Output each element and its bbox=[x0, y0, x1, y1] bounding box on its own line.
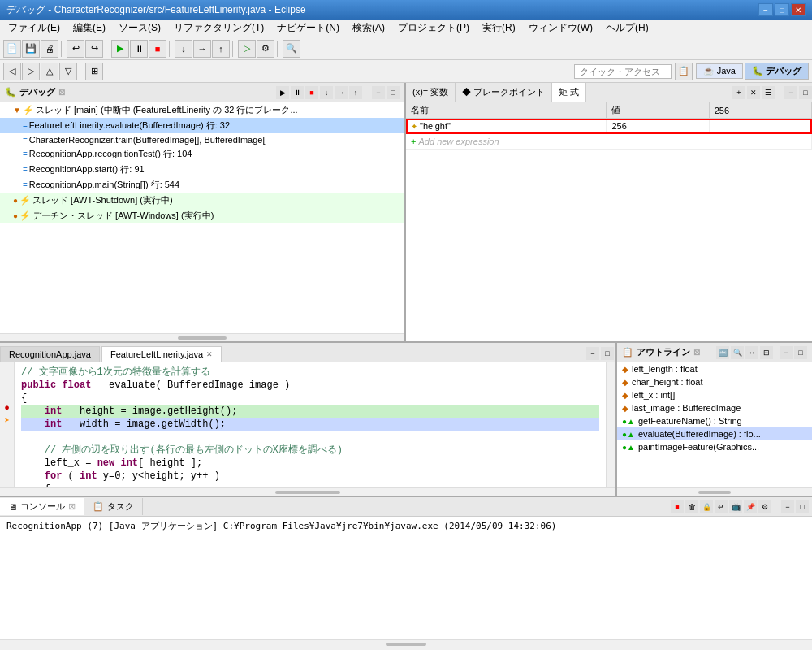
editor-maximize[interactable]: □ bbox=[601, 347, 614, 360]
outline-paint-image-feature[interactable]: ●▲ paintImageFeature(Graphics... bbox=[617, 440, 812, 453]
tb2-down[interactable]: ▽ bbox=[59, 63, 77, 80]
maximize-button[interactable]: □ bbox=[775, 3, 789, 16]
menu-refactor[interactable]: リファクタリング(T) bbox=[169, 20, 269, 37]
console-maximize[interactable]: □ bbox=[796, 500, 809, 514]
outline-last-image[interactable]: ◆ last_image : BufferedImage bbox=[617, 401, 812, 414]
minimize-button[interactable]: − bbox=[758, 3, 773, 16]
tb-undo[interactable]: ↩ bbox=[67, 40, 84, 58]
outline-sync[interactable]: ↔ bbox=[745, 346, 758, 359]
outline-filter[interactable]: 🔍 bbox=[731, 346, 744, 359]
tb-redo[interactable]: ↪ bbox=[85, 40, 103, 58]
outline-collapse[interactable]: ⊟ bbox=[760, 346, 773, 359]
add-expression-row[interactable]: + Add new expression bbox=[406, 134, 812, 150]
vars-btn3[interactable]: ☰ bbox=[762, 86, 775, 99]
outline-left-length[interactable]: ◆ left_length : float bbox=[617, 362, 812, 375]
tab-variables[interactable]: (x)= 変数 bbox=[406, 83, 456, 102]
tb2-forward[interactable]: ▷ bbox=[22, 63, 40, 80]
frame-start[interactable]: = RecognitionApp.start() 行: 91 bbox=[0, 162, 404, 177]
tb2-open-perspective[interactable]: 📋 bbox=[675, 63, 693, 80]
menu-window[interactable]: ウィンドウ(W) bbox=[524, 20, 598, 37]
tb-debug-stop[interactable]: ■ bbox=[149, 40, 166, 58]
debug-maximize-btn[interactable]: □ bbox=[387, 86, 400, 99]
outline-maximize[interactable]: □ bbox=[794, 346, 807, 359]
frame-train[interactable]: = CharacterRecognizer.train(BufferedImag… bbox=[0, 133, 404, 146]
console-minimize[interactable]: − bbox=[781, 500, 794, 514]
console-scroll-lock[interactable]: 🔒 bbox=[700, 500, 713, 514]
tb-step-into[interactable]: ↓ bbox=[175, 40, 192, 58]
tb-new[interactable]: 📄 bbox=[3, 40, 21, 58]
tab-feature-left-linerity[interactable]: FeatureLeftLinerity.java ✕ bbox=[102, 346, 222, 362]
quick-access-input[interactable] bbox=[574, 64, 672, 79]
tab-console[interactable]: 🖥 コンソール ⊠ bbox=[0, 498, 84, 515]
debug-perspective-btn[interactable]: 🐛 デバッグ bbox=[745, 63, 809, 80]
menu-edit[interactable]: 編集(E) bbox=[68, 20, 110, 37]
thread-awt-windows[interactable]: ● ⚡ デーチン・スレッド [AWT-Windows] (実行中) bbox=[0, 208, 404, 223]
frame-evaluate[interactable]: = FeatureLeftLinerity.evaluate(BufferedI… bbox=[0, 118, 404, 133]
tb-debug-suspend[interactable]: ⏸ bbox=[130, 40, 148, 58]
editor-body[interactable]: ● ➤ // 文字画像から1次元の特徴量を計算する bbox=[0, 362, 615, 488]
add-expression-cell[interactable]: + Add new expression bbox=[406, 134, 812, 150]
debug-step-return-btn[interactable]: ↑ bbox=[349, 86, 362, 99]
console-settings[interactable]: ⚙ bbox=[758, 500, 771, 514]
outline-evaluate[interactable]: ●▲ evaluate(BufferedImage) : flo... bbox=[617, 427, 812, 440]
editor-minimize[interactable]: − bbox=[586, 347, 599, 360]
console-clear-btn[interactable]: 🗑 bbox=[685, 500, 698, 514]
editor-scrollbar[interactable] bbox=[606, 362, 615, 488]
thread-awt-shutdown[interactable]: ● ⚡ スレッド [AWT-Shutdown] (実行中) bbox=[0, 193, 404, 208]
menu-file[interactable]: ファイル(E) bbox=[3, 20, 65, 37]
tab-tasks[interactable]: 📋 タスク bbox=[84, 498, 143, 515]
outline-sort[interactable]: 🔤 bbox=[716, 346, 729, 359]
tb2-up[interactable]: △ bbox=[41, 63, 58, 80]
tb-run2[interactable]: ⚙ bbox=[257, 40, 274, 58]
menu-project[interactable]: プロジェクト(P) bbox=[393, 20, 474, 37]
debug-stop-btn[interactable]: ■ bbox=[305, 86, 318, 99]
tab-recognition-app[interactable]: RecognitionApp.java bbox=[0, 346, 100, 362]
tab-close-icon[interactable]: ✕ bbox=[206, 350, 213, 358]
outline-scrollbar[interactable] bbox=[617, 488, 812, 496]
outline-char-height[interactable]: ◆ char_height : float bbox=[617, 375, 812, 388]
console-word-wrap[interactable]: ↵ bbox=[715, 500, 728, 514]
menu-run[interactable]: 実行(R) bbox=[477, 20, 520, 37]
menu-help[interactable]: ヘルプ(H) bbox=[601, 20, 654, 37]
vars-btn1[interactable]: + bbox=[732, 86, 745, 99]
tb-search[interactable]: 🔍 bbox=[283, 40, 300, 58]
java-perspective-btn[interactable]: ☕ Java bbox=[696, 63, 743, 79]
vars-maximize[interactable]: □ bbox=[799, 86, 812, 99]
tab-breakpoints[interactable]: ◆ ブレークポイント bbox=[456, 83, 552, 102]
tb2-zoom[interactable]: ⊞ bbox=[85, 63, 103, 80]
frame-main[interactable]: = RecognitionApp.main(String[]) 行: 544 bbox=[0, 177, 404, 193]
tb-save[interactable]: 💾 bbox=[22, 40, 40, 58]
console-stop-btn[interactable]: ■ bbox=[671, 500, 684, 514]
debug-step-into-btn[interactable]: ↓ bbox=[320, 86, 333, 99]
console-open-console[interactable]: 📺 bbox=[729, 500, 742, 514]
debug-step-over-btn[interactable]: → bbox=[335, 86, 348, 99]
menu-search[interactable]: 検索(A) bbox=[348, 20, 390, 37]
code-scroll-area[interactable]: // 文字画像から1次元の特徴量を計算する public float evalu… bbox=[15, 362, 606, 488]
console-hscrollbar[interactable] bbox=[0, 639, 812, 648]
debug-suspend-btn[interactable]: ⏸ bbox=[291, 86, 304, 99]
debug-resume-btn[interactable]: ▶ bbox=[276, 86, 289, 99]
code-area[interactable]: // 文字画像から1次元の特徴量を計算する public float evalu… bbox=[15, 362, 606, 488]
tb-step-over[interactable]: → bbox=[193, 40, 211, 58]
vars-minimize[interactable]: − bbox=[784, 86, 797, 99]
menu-navigate[interactable]: ナビゲート(N) bbox=[272, 20, 344, 37]
outline-minimize[interactable]: − bbox=[780, 346, 793, 359]
tb-step-return[interactable]: ↑ bbox=[212, 40, 230, 58]
outline-get-feature-name[interactable]: ●▲ getFeatureName() : String bbox=[617, 414, 812, 427]
outline-left-x[interactable]: ◆ left_x : int[] bbox=[617, 388, 812, 401]
debug-scrollbar[interactable] bbox=[0, 333, 404, 341]
var-row-height[interactable]: ✦ "height" 256 bbox=[406, 119, 812, 134]
close-button[interactable]: ✕ bbox=[791, 3, 806, 16]
editor-hscrollbar[interactable] bbox=[0, 488, 615, 496]
frame-recognition-test[interactable]: = RecognitionApp.recognitionTest() 行: 10… bbox=[0, 146, 404, 162]
console-pin[interactable]: 📌 bbox=[744, 500, 757, 514]
tab-expressions[interactable]: 矩 式 bbox=[552, 83, 586, 102]
tb-print[interactable]: 🖨 bbox=[41, 40, 58, 58]
thread-main[interactable]: ▼ ⚡ スレッド [main] (中断中 (FeatureLeftLinerit… bbox=[0, 102, 404, 118]
tb2-back[interactable]: ◁ bbox=[3, 63, 21, 80]
debug-minimize-btn[interactable]: − bbox=[372, 86, 385, 99]
menu-source[interactable]: ソース(S) bbox=[114, 20, 166, 37]
tb-debug-resume[interactable]: ▶ bbox=[111, 40, 129, 58]
tb-run[interactable]: ▷ bbox=[238, 40, 256, 58]
vars-btn2[interactable]: ✕ bbox=[747, 86, 760, 99]
